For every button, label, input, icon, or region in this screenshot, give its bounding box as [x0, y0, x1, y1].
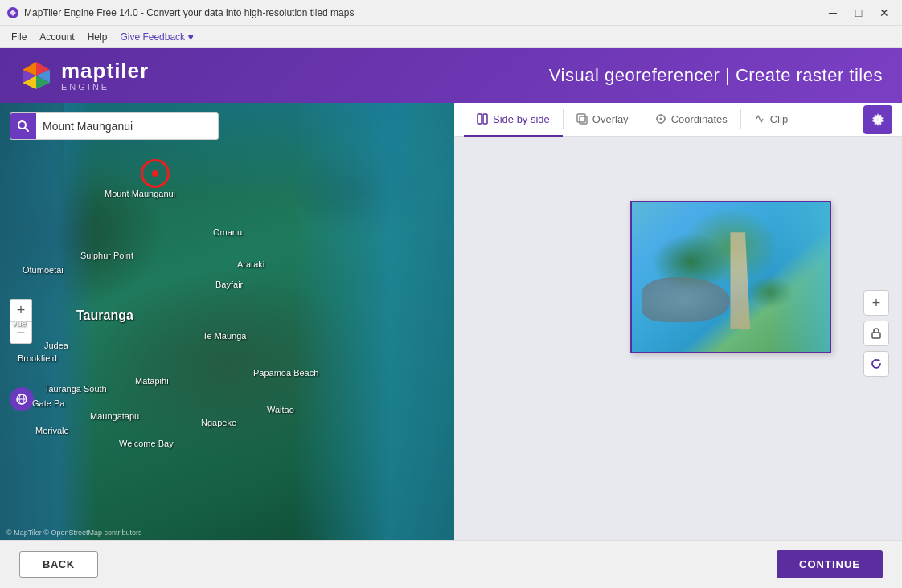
menu-file[interactable]: File — [5, 30, 33, 44]
header: maptiler ENGINE Visual georeferencer | C… — [0, 48, 902, 103]
tabs-bar: Side by side Overlay — [454, 103, 902, 137]
map-background: Mount Maunganui Omanu Arataki Bayfair Ta… — [0, 103, 454, 540]
window-title: MapTiler Engine Free 14.0 - Convert your… — [24, 7, 822, 18]
logo-area: maptiler ENGINE — [19, 59, 149, 92]
logo-text: maptiler ENGINE — [61, 60, 149, 92]
close-button[interactable]: ✕ — [873, 4, 896, 22]
side-by-side-icon — [477, 113, 488, 125]
search-input[interactable] — [36, 116, 218, 136]
settings-button[interactable] — [863, 105, 892, 134]
globe-icon — [15, 393, 28, 406]
aerial-rocks — [642, 277, 731, 322]
lock-icon — [871, 328, 882, 339]
tab-clip[interactable]: Clip — [741, 103, 801, 137]
right-lock-button[interactable] — [863, 321, 889, 346]
right-content: + — [454, 137, 902, 540]
gear-icon — [871, 112, 885, 127]
globe-button[interactable] — [10, 387, 34, 411]
logo-engine: ENGINE — [61, 82, 149, 92]
coordinates-icon — [655, 113, 666, 125]
tab-overlay[interactable]: Overlay — [564, 103, 642, 137]
app-icon — [6, 6, 19, 19]
footer: BACK CONTINUE — [0, 540, 902, 588]
svg-rect-18 — [872, 333, 880, 338]
header-title: Visual georeferencer | Create raster til… — [149, 65, 883, 86]
map-panel[interactable]: Mount Maunganui Omanu Arataki Bayfair Ta… — [0, 103, 454, 540]
svg-point-12 — [659, 118, 662, 120]
aerial-inner — [632, 202, 830, 352]
svg-rect-8 — [483, 114, 487, 124]
tab-coordinates[interactable]: Coordinates — [642, 103, 740, 137]
main-area: Mount Maunganui Omanu Arataki Bayfair Ta… — [0, 103, 902, 540]
menu-help[interactable]: Help — [81, 30, 114, 44]
svg-rect-7 — [478, 114, 482, 124]
overlay-icon — [576, 113, 588, 125]
back-button[interactable]: BACK — [19, 551, 98, 578]
clip-icon — [754, 113, 765, 125]
search-icon-wrap — [10, 113, 36, 139]
location-marker — [141, 159, 170, 188]
search-bar — [10, 112, 219, 140]
window-controls: ─ □ ✕ — [822, 4, 896, 22]
maximize-button[interactable]: □ — [847, 4, 870, 22]
menubar: File Account Help Give Feedback ♥ — [0, 26, 902, 48]
continue-button[interactable]: CONTINUE — [777, 550, 883, 578]
tabs-right — [863, 103, 892, 136]
right-zoom-controls: + — [863, 290, 889, 377]
logo-name: maptiler — [61, 60, 149, 81]
zoom-in-button[interactable]: + — [10, 299, 32, 321]
right-zoom-in-button[interactable]: + — [863, 290, 889, 316]
search-icon — [17, 120, 30, 133]
map-copyright: © MapTiler © OpenStreetMap contributors — [6, 529, 142, 537]
refresh-icon — [871, 358, 882, 370]
svg-rect-9 — [577, 114, 585, 122]
aerial-water — [770, 202, 830, 352]
titlebar: MapTiler Engine Free 14.0 - Convert your… — [0, 0, 902, 26]
logo-icon — [19, 59, 53, 92]
zoom-out-button[interactable]: − — [10, 321, 32, 344]
aerial-photo[interactable] — [630, 201, 831, 353]
menu-feedback[interactable]: Give Feedback ♥ — [113, 30, 199, 44]
right-refresh-button[interactable] — [863, 351, 889, 377]
svg-line-3 — [25, 128, 28, 131]
menu-account[interactable]: Account — [33, 30, 80, 44]
minimize-button[interactable]: ─ — [822, 4, 844, 22]
right-panel: Side by side Overlay — [454, 103, 902, 540]
tab-side-by-side[interactable]: Side by side — [464, 103, 563, 137]
zoom-controls: + − — [10, 299, 32, 344]
location-dot — [152, 170, 158, 177]
